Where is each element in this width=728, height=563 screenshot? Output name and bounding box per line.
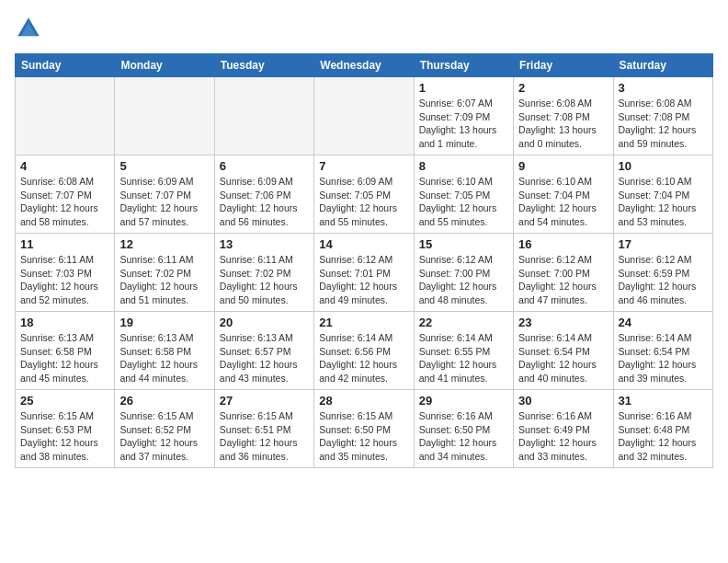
calendar-cell: 10Sunrise: 6:10 AM Sunset: 7:04 PM Dayli… xyxy=(613,155,712,234)
day-info: Sunrise: 6:13 AM Sunset: 6:58 PM Dayligh… xyxy=(20,331,109,385)
day-number: 28 xyxy=(319,394,408,408)
day-info: Sunrise: 6:14 AM Sunset: 6:55 PM Dayligh… xyxy=(419,331,508,385)
day-number: 6 xyxy=(220,159,309,173)
day-number: 24 xyxy=(619,316,708,329)
calendar-cell: 27Sunrise: 6:15 AM Sunset: 6:51 PM Dayli… xyxy=(214,390,313,468)
calendar-cell: 30Sunrise: 6:16 AM Sunset: 6:49 PM Dayli… xyxy=(514,390,613,468)
day-number: 9 xyxy=(518,159,608,173)
day-info: Sunrise: 6:11 AM Sunset: 7:03 PM Dayligh… xyxy=(20,253,109,307)
day-number: 4 xyxy=(20,159,109,173)
day-info: Sunrise: 6:11 AM Sunset: 7:02 PM Dayligh… xyxy=(119,253,209,307)
calendar-cell: 23Sunrise: 6:14 AM Sunset: 6:54 PM Dayli… xyxy=(514,312,613,390)
calendar-weekday-wednesday: Wednesday xyxy=(314,54,414,77)
calendar-cell xyxy=(16,77,115,155)
day-number: 12 xyxy=(119,237,209,251)
day-info: Sunrise: 6:15 AM Sunset: 6:51 PM Dayligh… xyxy=(220,409,309,464)
calendar-cell: 16Sunrise: 6:12 AM Sunset: 7:00 PM Dayli… xyxy=(514,234,613,312)
day-number: 26 xyxy=(119,394,209,408)
calendar-cell xyxy=(115,77,214,155)
calendar-cell: 6Sunrise: 6:09 AM Sunset: 7:06 PM Daylig… xyxy=(214,155,313,234)
calendar-cell: 2Sunrise: 6:08 AM Sunset: 7:08 PM Daylig… xyxy=(514,77,613,155)
day-info: Sunrise: 6:15 AM Sunset: 6:53 PM Dayligh… xyxy=(20,409,109,464)
logo[interactable] xyxy=(15,15,46,42)
day-info: Sunrise: 6:08 AM Sunset: 7:08 PM Dayligh… xyxy=(619,97,708,151)
day-info: Sunrise: 6:13 AM Sunset: 6:57 PM Dayligh… xyxy=(220,331,309,385)
day-info: Sunrise: 6:09 AM Sunset: 7:06 PM Dayligh… xyxy=(220,175,309,229)
day-info: Sunrise: 6:15 AM Sunset: 6:52 PM Dayligh… xyxy=(119,409,209,464)
day-number: 2 xyxy=(518,81,608,95)
day-info: Sunrise: 6:11 AM Sunset: 7:02 PM Dayligh… xyxy=(220,253,309,307)
day-info: Sunrise: 6:14 AM Sunset: 6:56 PM Dayligh… xyxy=(319,331,408,385)
calendar-cell: 28Sunrise: 6:15 AM Sunset: 6:50 PM Dayli… xyxy=(314,390,414,468)
calendar-weekday-friday: Friday xyxy=(514,54,613,77)
calendar-week-3: 11Sunrise: 6:11 AM Sunset: 7:03 PM Dayli… xyxy=(16,234,713,312)
calendar-cell: 5Sunrise: 6:09 AM Sunset: 7:07 PM Daylig… xyxy=(115,155,214,234)
calendar-cell: 11Sunrise: 6:11 AM Sunset: 7:03 PM Dayli… xyxy=(16,234,115,312)
calendar-weekday-monday: Monday xyxy=(115,54,214,77)
calendar-cell: 14Sunrise: 6:12 AM Sunset: 7:01 PM Dayli… xyxy=(314,234,414,312)
day-info: Sunrise: 6:16 AM Sunset: 6:50 PM Dayligh… xyxy=(419,409,508,464)
day-info: Sunrise: 6:10 AM Sunset: 7:04 PM Dayligh… xyxy=(619,175,708,229)
day-info: Sunrise: 6:10 AM Sunset: 7:05 PM Dayligh… xyxy=(419,175,508,229)
calendar-cell xyxy=(214,77,313,155)
day-info: Sunrise: 6:12 AM Sunset: 6:59 PM Dayligh… xyxy=(619,253,708,307)
calendar-cell: 13Sunrise: 6:11 AM Sunset: 7:02 PM Dayli… xyxy=(214,234,313,312)
day-number: 19 xyxy=(119,316,209,329)
calendar-table: SundayMondayTuesdayWednesdayThursdayFrid… xyxy=(15,53,713,468)
calendar-weekday-sunday: Sunday xyxy=(16,54,115,77)
day-info: Sunrise: 6:08 AM Sunset: 7:08 PM Dayligh… xyxy=(518,97,608,151)
day-number: 8 xyxy=(419,159,508,173)
day-info: Sunrise: 6:14 AM Sunset: 6:54 PM Dayligh… xyxy=(619,331,708,385)
day-number: 30 xyxy=(518,394,608,408)
day-number: 10 xyxy=(619,159,708,173)
day-info: Sunrise: 6:12 AM Sunset: 7:01 PM Dayligh… xyxy=(319,253,408,307)
day-number: 5 xyxy=(119,159,209,173)
day-info: Sunrise: 6:09 AM Sunset: 7:05 PM Dayligh… xyxy=(319,175,408,229)
day-info: Sunrise: 6:16 AM Sunset: 6:49 PM Dayligh… xyxy=(518,409,608,464)
day-number: 21 xyxy=(319,316,408,329)
day-number: 18 xyxy=(20,316,109,329)
day-info: Sunrise: 6:07 AM Sunset: 7:09 PM Dayligh… xyxy=(419,97,508,151)
page-header xyxy=(15,15,713,42)
calendar-cell: 19Sunrise: 6:13 AM Sunset: 6:58 PM Dayli… xyxy=(115,312,214,390)
calendar-weekday-saturday: Saturday xyxy=(613,54,712,77)
calendar-cell: 12Sunrise: 6:11 AM Sunset: 7:02 PM Dayli… xyxy=(115,234,214,312)
calendar-cell: 29Sunrise: 6:16 AM Sunset: 6:50 PM Dayli… xyxy=(414,390,513,468)
calendar-cell: 15Sunrise: 6:12 AM Sunset: 7:00 PM Dayli… xyxy=(414,234,513,312)
day-number: 27 xyxy=(220,394,309,408)
day-number: 22 xyxy=(419,316,508,329)
calendar-week-2: 4Sunrise: 6:08 AM Sunset: 7:07 PM Daylig… xyxy=(16,155,713,234)
day-number: 16 xyxy=(518,237,608,251)
day-info: Sunrise: 6:10 AM Sunset: 7:04 PM Dayligh… xyxy=(518,175,608,229)
calendar-cell: 31Sunrise: 6:16 AM Sunset: 6:48 PM Dayli… xyxy=(613,390,712,468)
day-info: Sunrise: 6:08 AM Sunset: 7:07 PM Dayligh… xyxy=(20,175,109,229)
day-info: Sunrise: 6:13 AM Sunset: 6:58 PM Dayligh… xyxy=(119,331,209,385)
day-info: Sunrise: 6:15 AM Sunset: 6:50 PM Dayligh… xyxy=(319,409,408,464)
calendar-cell: 18Sunrise: 6:13 AM Sunset: 6:58 PM Dayli… xyxy=(16,312,115,390)
calendar-cell xyxy=(314,77,414,155)
calendar-cell: 9Sunrise: 6:10 AM Sunset: 7:04 PM Daylig… xyxy=(514,155,613,234)
calendar-cell: 8Sunrise: 6:10 AM Sunset: 7:05 PM Daylig… xyxy=(414,155,513,234)
calendar-cell: 26Sunrise: 6:15 AM Sunset: 6:52 PM Dayli… xyxy=(115,390,214,468)
day-number: 1 xyxy=(419,81,508,95)
calendar-cell: 24Sunrise: 6:14 AM Sunset: 6:54 PM Dayli… xyxy=(613,312,712,390)
calendar-cell: 1Sunrise: 6:07 AM Sunset: 7:09 PM Daylig… xyxy=(414,77,513,155)
calendar-weekday-thursday: Thursday xyxy=(414,54,513,77)
calendar-cell: 20Sunrise: 6:13 AM Sunset: 6:57 PM Dayli… xyxy=(214,312,313,390)
calendar-cell: 7Sunrise: 6:09 AM Sunset: 7:05 PM Daylig… xyxy=(314,155,414,234)
day-info: Sunrise: 6:16 AM Sunset: 6:48 PM Dayligh… xyxy=(619,409,708,464)
calendar-cell: 4Sunrise: 6:08 AM Sunset: 7:07 PM Daylig… xyxy=(16,155,115,234)
day-info: Sunrise: 6:14 AM Sunset: 6:54 PM Dayligh… xyxy=(518,331,608,385)
calendar-week-5: 25Sunrise: 6:15 AM Sunset: 6:53 PM Dayli… xyxy=(16,390,713,468)
calendar-cell: 21Sunrise: 6:14 AM Sunset: 6:56 PM Dayli… xyxy=(314,312,414,390)
logo-icon xyxy=(15,15,42,42)
day-number: 3 xyxy=(619,81,708,95)
calendar-week-4: 18Sunrise: 6:13 AM Sunset: 6:58 PM Dayli… xyxy=(16,312,713,390)
day-number: 7 xyxy=(319,159,408,173)
day-number: 17 xyxy=(619,237,708,251)
day-number: 11 xyxy=(20,237,109,251)
calendar-cell: 22Sunrise: 6:14 AM Sunset: 6:55 PM Dayli… xyxy=(414,312,513,390)
day-info: Sunrise: 6:12 AM Sunset: 7:00 PM Dayligh… xyxy=(419,253,508,307)
day-number: 31 xyxy=(619,394,708,408)
day-number: 29 xyxy=(419,394,508,408)
